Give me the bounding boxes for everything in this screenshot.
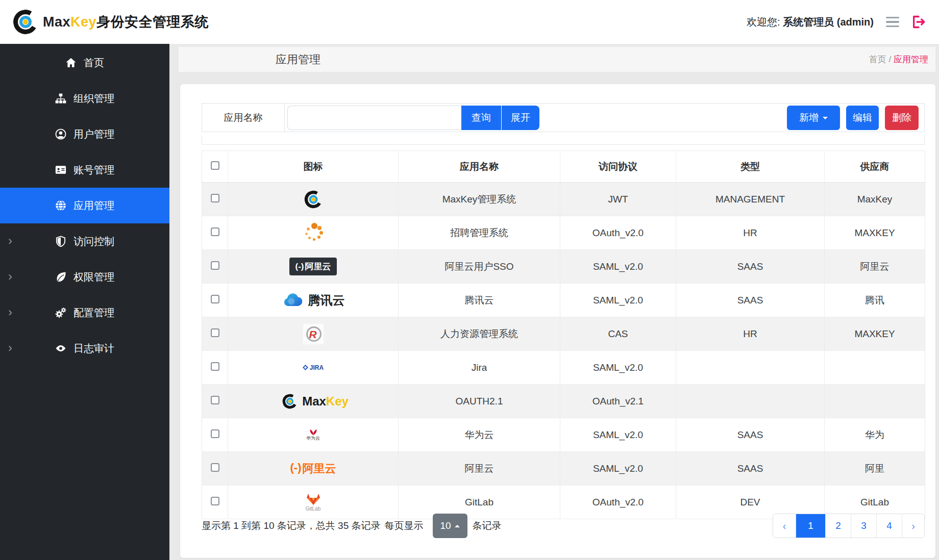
top-header: MaxKey身份安全管理系统 欢迎您: 系统管理员 (admin) [0,0,939,44]
query-button[interactable]: 查询 [461,106,501,130]
eye-icon [55,343,66,354]
spinner-dots-logo-icon [302,222,325,244]
shield-icon [55,236,66,247]
applications-table: 图标 应用名称 访问协议 类型 供应商 MaxKey管理系统 JWT MANAG… [202,150,925,519]
per-page-label: 每页显示 [385,519,424,532]
table-row: 招聘管理系统 OAuth_v2.0 HR MAXKEY [202,216,925,250]
brand: MaxKey身份安全管理系统 [13,10,209,34]
sidebar-item-home[interactable]: 首页 [0,45,169,81]
sidebar-item-account[interactable]: 账号管理 [0,152,169,188]
caret-up-icon [455,522,460,527]
edit-button[interactable]: 编辑 [846,106,879,130]
page-title-bar: 应用管理 首页 / 应用管理 [179,47,935,72]
row-checkbox[interactable] [211,497,219,505]
table-row: 腾讯云 腾讯云 SAML_v2.0 SAAS 腾讯 [202,284,925,317]
search-field-label: 应用名称 [202,104,285,132]
globe-icon [55,200,66,211]
prev-page-button[interactable]: ‹ [773,514,796,538]
next-page-button[interactable]: › [902,514,924,538]
col-category: 类型 [676,151,825,183]
row-checkbox[interactable] [211,295,219,303]
table-row: JIRA Jira SAML_v2.0 [202,351,925,385]
expand-button[interactable]: 展开 [502,106,539,130]
row-checkbox[interactable] [211,328,219,337]
app-name-search-input[interactable] [287,106,461,130]
sidebar-item-access[interactable]: 访问控制 [0,223,169,259]
row-checkbox[interactable] [211,396,219,404]
gears-icon [55,307,66,318]
breadcrumb-home[interactable]: 首页 [869,55,886,64]
leaf-icon [55,271,66,283]
record-summary: 显示第 1 到第 10 条记录，总共 35 条记录 [202,519,381,532]
col-icon: 图标 [228,151,399,183]
current-username: 系统管理员 (admin) [783,16,874,28]
page-button-2[interactable]: 2 [825,514,851,538]
aliyun-dark-logo-icon: (-)阿里云 [289,258,337,275]
logout-icon[interactable] [911,15,926,29]
gitlab-logo-icon: GitLab [306,493,320,512]
welcome-text: 欢迎您: 系统管理员 (admin) [747,15,874,29]
page-title: 应用管理 [276,52,320,67]
breadcrumb-current: 应用管理 [894,55,928,64]
page-button-4[interactable]: 4 [876,514,902,538]
sidebar-item-apps[interactable]: 应用管理 [0,188,169,223]
table-toolbar-strip [202,135,925,145]
chevron-right-icon [8,342,12,354]
caret-down-icon [823,117,828,122]
col-app-name: 应用名称 [399,151,560,183]
hr-system-logo-icon: R [303,324,324,344]
chevron-right-icon [8,306,12,318]
table-footer: 显示第 1 到第 10 条记录，总共 35 条记录 每页显示 10 条记录 ‹ … [202,513,925,539]
menu-toggle-icon[interactable] [886,17,899,27]
table-row: (-)阿里云 阿里云 SAML_v2.0 SAAS 阿里 [202,452,925,486]
maxkey-logo-icon [13,10,38,34]
row-checkbox[interactable] [211,362,219,371]
home-icon [65,57,77,68]
table-row: 华为云 华为云 SAML_v2.0 SAAS 华为 [202,418,925,452]
col-vendor: 供应商 [825,151,925,183]
id-card-icon [55,164,66,175]
row-checkbox[interactable] [211,429,219,438]
row-checkbox[interactable] [211,261,219,270]
search-toolbar: 应用名称 查询 展开 新增 编辑 删除 [202,103,925,132]
content-card: 应用名称 查询 展开 新增 编辑 删除 图标 应用名称 访问协议 类型 供应商 [180,84,935,558]
sidebar-item-user[interactable]: 用户管理 [0,116,169,152]
jira-logo-icon: JIRA [303,364,324,371]
select-all-checkbox[interactable] [211,161,219,170]
chevron-right-icon [8,235,12,247]
sidebar-item-audit[interactable]: 日志审计 [0,330,169,366]
sidebar-item-config[interactable]: 配置管理 [0,295,169,330]
add-button[interactable]: 新增 [787,106,840,130]
table-row: MaxKey管理系统 JWT MANAGEMENT MaxKey [202,183,925,216]
sidebar-nav: 首页 组织管理 用户管理 账号管理 应用管理 访问控制 权限管理 配置管理 日志… [0,44,169,560]
maxkey-full-logo-icon: MaxKey [278,389,349,414]
table-row: R 人力资源管理系统 CAS HR MAXKEY [202,317,925,351]
row-checkbox[interactable] [211,463,219,472]
row-checkbox[interactable] [211,194,219,202]
sidebar-item-org[interactable]: 组织管理 [0,81,169,116]
pagination: ‹ 1 2 3 4 › [773,514,925,538]
brand-title: MaxKey身份安全管理系统 [43,13,209,31]
aliyun-orange-logo-icon: (-)阿里云 [290,461,336,476]
tencent-cloud-logo-icon: 腾讯云 [282,292,345,309]
sidebar-item-permission[interactable]: 权限管理 [0,259,169,295]
table-row: MaxKey OAUTH2.1 OAuth_v2.1 [202,385,925,418]
page-button-3[interactable]: 3 [851,514,876,538]
table-header-row: 图标 应用名称 访问协议 类型 供应商 [202,151,925,183]
select-all-cell [202,151,228,183]
breadcrumb: 首页 / 应用管理 [869,54,928,65]
row-checkbox[interactable] [211,227,219,236]
maxkey-mini-logo-icon [304,190,322,208]
col-protocol: 访问协议 [560,151,676,183]
table-row: (-)阿里云 阿里云用户SSO SAML_v2.0 SAAS 阿里云 [202,250,925,284]
user-circle-icon [55,129,66,140]
delete-button[interactable]: 删除 [885,106,919,130]
page-button-1[interactable]: 1 [796,514,825,538]
per-page-suffix: 条记录 [473,519,502,532]
huawei-cloud-logo-icon: 华为云 [306,429,320,441]
sitemap-icon [55,93,66,104]
chevron-right-icon [8,270,12,283]
page-size-dropdown[interactable]: 10 [433,514,467,538]
